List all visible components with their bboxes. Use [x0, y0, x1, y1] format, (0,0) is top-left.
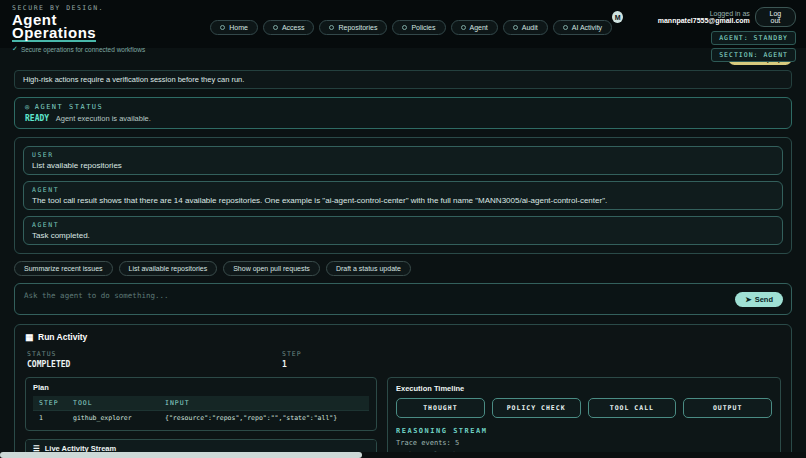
nav-item-label: AI Activity — [572, 24, 602, 31]
send-icon: ➤ — [745, 295, 751, 304]
nav-item-policies[interactable]: Policies — [392, 20, 445, 35]
message-text: The tool call result shows that there ar… — [32, 196, 774, 205]
ai-activity-icon — [563, 25, 568, 30]
filter-policy-check[interactable]: POLICY CHECK — [492, 398, 581, 418]
chat-message-agent: AGENT The tool call result shows that th… — [23, 181, 783, 210]
agent-status-badge: AGENT: STANDBY — [711, 31, 796, 45]
main-nav: Home Access Repositories Policies Agent … — [210, 20, 612, 35]
nav-item-label: Access — [282, 24, 305, 31]
nav-item-access[interactable]: Access — [263, 20, 315, 35]
step-value: 1 — [282, 360, 537, 369]
nav-item-label: Audit — [522, 24, 538, 31]
send-label: Send — [755, 295, 773, 304]
status-value: COMPLETED — [27, 360, 282, 369]
app-header: SECURE BY DESIGN. Agent Operations ✓ Sec… — [0, 0, 806, 48]
repositories-icon — [329, 25, 334, 30]
filter-thought[interactable]: THOUGHT — [396, 398, 485, 418]
filter-output[interactable]: OUTPUT — [683, 398, 772, 418]
app-title: Agent Operations — [12, 13, 210, 42]
composer: ➤ Send — [14, 283, 792, 315]
agent-icon — [461, 25, 466, 30]
plan-col-step: STEP — [33, 396, 67, 411]
account-area: M Logged in as mannpatel7555@gmail.com L… — [612, 4, 796, 62]
suggestion-chips: Summarize recent issues List available r… — [14, 261, 792, 276]
chip-draft-status-update[interactable]: Draft a status update — [326, 261, 411, 276]
nav-item-home[interactable]: Home — [210, 20, 258, 35]
chip-summarize-issues[interactable]: Summarize recent issues — [14, 261, 113, 276]
nav-item-audit[interactable]: Audit — [503, 20, 548, 35]
chip-show-pull-requests[interactable]: Show open pull requests — [223, 261, 320, 276]
check-icon: ✓ — [12, 45, 18, 53]
nav-item-label: Home — [229, 24, 248, 31]
user-email: mannpatel7555@gmail.com — [658, 17, 750, 24]
plan-input: {"resource":"repos","repo":"","state":"a… — [159, 411, 369, 426]
message-role: AGENT — [32, 186, 774, 194]
logout-button[interactable]: Log out — [755, 7, 796, 27]
execution-timeline: Execution Timeline THOUGHT POLICY CHECK … — [387, 377, 781, 458]
brand-block: SECURE BY DESIGN. Agent Operations ✓ Sec… — [12, 4, 210, 53]
logged-in-prefix: Logged in as — [710, 10, 750, 17]
step-label: STEP — [282, 350, 537, 358]
agent-state: READY — [25, 114, 49, 123]
access-icon — [273, 25, 278, 30]
home-icon — [220, 25, 225, 30]
nav-item-ai-activity[interactable]: AI Activity — [553, 20, 612, 35]
plan-col-tool: TOOL — [67, 396, 159, 411]
run-activity-title: Run Activity — [38, 332, 87, 342]
message-role: AGENT — [32, 221, 774, 229]
chat-panel: USER List available repositories AGENT T… — [14, 137, 792, 254]
send-button[interactable]: ➤ Send — [735, 292, 783, 307]
stepup-notice: High-risk actions require a verification… — [14, 70, 792, 89]
plan-col-input: INPUT — [159, 396, 369, 411]
logged-in-text: Logged in as mannpatel7555@gmail.com — [628, 10, 750, 24]
agent-status-panel: ◎ AGENT STATUS READY Agent execution is … — [14, 97, 792, 129]
message-text: List available repositories — [32, 161, 774, 170]
nav-item-agent[interactable]: Agent — [451, 20, 498, 35]
plan-step: 1 — [33, 411, 67, 426]
agent-state-message: Agent execution is available. — [56, 114, 151, 123]
status-label: STATUS — [27, 350, 282, 358]
nav-item-repositories[interactable]: Repositories — [319, 20, 387, 35]
horizontal-scrollbar-thumb[interactable] — [0, 452, 362, 458]
chat-message-user: USER List available repositories — [23, 146, 783, 175]
trace-events: Trace events: 5 — [396, 439, 772, 447]
reasoning-title: REASONING STREAM — [396, 427, 772, 435]
plan-box: Plan STEP TOOL INPUT 1 gi — [25, 377, 377, 431]
run-activity-panel: ▦ Run Activity STATUS COMPLETED STEP 1 P… — [14, 324, 792, 458]
main-content: Start Step-up High-risk actions require … — [0, 48, 806, 458]
message-text: Task completed. — [32, 231, 774, 240]
plan-row: 1 github_explorer {"resource":"repos","r… — [33, 411, 369, 426]
app-subtitle: ✓ Secure operations for connected workfl… — [12, 45, 210, 53]
filter-tool-call[interactable]: TOOL CALL — [588, 398, 677, 418]
plan-table: STEP TOOL INPUT 1 github_explorer {"reso… — [33, 396, 369, 425]
section-badge: SECTION: AGENT — [711, 48, 796, 62]
status-icon: ◎ — [25, 103, 31, 111]
policies-icon — [402, 25, 407, 30]
plan-tool: github_explorer — [67, 411, 159, 426]
timeline-title: Execution Timeline — [396, 384, 772, 393]
nav-item-label: Policies — [411, 24, 435, 31]
agent-status-title: AGENT STATUS — [35, 103, 104, 111]
app-title-line2: Operations — [12, 26, 96, 42]
message-role: USER — [32, 151, 774, 159]
grid-icon: ▦ — [25, 332, 33, 342]
chip-list-repositories[interactable]: List available repositories — [119, 261, 218, 276]
app-subtitle-text: Secure operations for connected workflow… — [21, 46, 145, 53]
agent-prompt-input[interactable] — [15, 284, 791, 314]
audit-icon — [513, 25, 518, 30]
horizontal-scrollbar[interactable] — [0, 452, 806, 458]
chat-message-agent: AGENT Task completed. — [23, 216, 783, 245]
nav-item-label: Repositories — [338, 24, 377, 31]
avatar: M — [612, 11, 623, 23]
nav-item-label: Agent — [470, 24, 488, 31]
plan-title: Plan — [33, 383, 369, 392]
